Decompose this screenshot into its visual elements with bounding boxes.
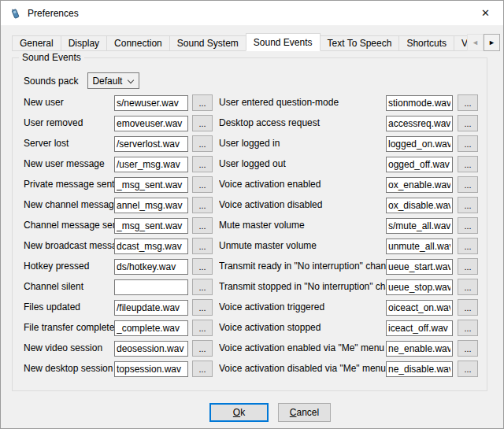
browse-button[interactable]: ... [192, 299, 213, 316]
browse-button[interactable]: ... [192, 197, 213, 213]
titlebar: Preferences ✕ [1, 1, 503, 25]
sound-file-input[interactable] [386, 116, 453, 131]
tab-sound-system[interactable]: Sound System [169, 35, 246, 51]
close-icon[interactable]: ✕ [468, 1, 503, 24]
browse-button[interactable]: ... [458, 299, 478, 316]
event-label: Private message sent [24, 179, 114, 190]
tab-scroll-left-icon[interactable]: ◄ [467, 34, 484, 51]
browse-button[interactable]: ... [192, 115, 213, 131]
browse-button[interactable]: ... [458, 279, 478, 295]
sound-file-input[interactable] [386, 300, 453, 316]
browse-button[interactable]: ... [192, 94, 213, 111]
sound-file-input[interactable] [114, 157, 188, 172]
tab-sound-events[interactable]: Sound Events [246, 33, 321, 51]
sound-event-row: New video session ... [24, 338, 213, 359]
event-label: Voice activation triggered [219, 301, 324, 313]
group-title: Sound Events [19, 52, 84, 63]
sound-file-input[interactable] [386, 198, 453, 213]
browse-button[interactable]: ... [458, 156, 478, 172]
sound-event-row: New channel message ... [24, 195, 213, 216]
sound-file-input[interactable] [114, 300, 188, 316]
browse-button[interactable]: ... [458, 320, 478, 336]
cancel-button[interactable]: Cancel [278, 403, 331, 422]
tab-display[interactable]: Display [61, 35, 107, 51]
browse-button[interactable]: ... [458, 340, 478, 357]
sound-file-input[interactable] [386, 218, 453, 234]
sound-event-row: New desktop session ... [24, 359, 213, 379]
event-label: New user [24, 97, 64, 108]
sound-event-row: User entered question-mode ... [219, 93, 479, 113]
sound-file-input[interactable] [114, 361, 188, 377]
browse-button[interactable]: ... [192, 340, 213, 357]
tab-scroll-right-icon[interactable]: ► [484, 34, 500, 51]
sound-file-input[interactable] [386, 279, 453, 295]
sound-file-input[interactable] [386, 320, 453, 336]
sound-file-input[interactable] [114, 198, 188, 213]
ok-button[interactable]: Ok [209, 403, 269, 422]
sound-file-input[interactable] [114, 320, 188, 336]
browse-button[interactable]: ... [192, 135, 213, 152]
event-label: Transmit stopped in "No interruption" ch… [219, 281, 409, 292]
browse-button[interactable]: ... [458, 176, 478, 193]
tab-video[interactable]: Video [454, 35, 468, 51]
sound-file-input[interactable] [386, 95, 453, 111]
sound-file-input[interactable] [114, 259, 188, 275]
sound-file-input[interactable] [114, 95, 188, 111]
browse-button[interactable]: ... [458, 217, 478, 234]
sound-event-row: Server lost ... [24, 134, 213, 154]
sound-file-input[interactable] [114, 218, 188, 234]
sound-event-row: Channel silent ... [24, 277, 213, 298]
sound-event-row: New broadcast message ... [24, 236, 213, 257]
sound-file-input[interactable] [114, 239, 188, 254]
browse-button[interactable]: ... [458, 238, 478, 254]
tab-text-to-speech[interactable]: Text To Speech [320, 35, 400, 51]
sound-event-row: Desktop access request ... [219, 113, 479, 134]
browse-button[interactable]: ... [192, 238, 213, 254]
browse-button[interactable]: ... [192, 258, 213, 275]
browse-button[interactable]: ... [192, 279, 213, 295]
event-label: New video session [24, 342, 102, 353]
sound-event-row: User logged in ... [219, 134, 479, 154]
event-label: Channel silent [24, 281, 83, 292]
sound-file-input[interactable] [386, 239, 453, 254]
browse-button[interactable]: ... [192, 176, 213, 193]
sound-file-input[interactable] [386, 341, 453, 357]
sound-file-input[interactable] [386, 177, 453, 193]
browse-button[interactable]: ... [192, 320, 213, 336]
browse-button[interactable]: ... [458, 258, 478, 275]
sound-file-input[interactable] [114, 177, 188, 193]
browse-button[interactable]: ... [458, 361, 478, 377]
sound-event-row: New user message ... [24, 154, 213, 175]
browse-button[interactable]: ... [458, 135, 478, 152]
sound-file-input[interactable] [386, 157, 453, 172]
event-column-left: New user ... User removed ... Server los… [24, 93, 213, 379]
event-column-right: User entered question-mode ... Desktop a… [219, 93, 479, 379]
sound-file-input[interactable] [386, 361, 453, 377]
sound-event-row: Voice activation disabled ... [219, 195, 479, 216]
window-title: Preferences [28, 8, 79, 19]
sound-file-input[interactable] [386, 259, 453, 275]
browse-button[interactable]: ... [192, 361, 213, 377]
sound-file-input[interactable] [114, 279, 188, 295]
tab-general[interactable]: General [12, 35, 61, 51]
sound-file-input[interactable] [114, 136, 188, 152]
sound-file-input[interactable] [114, 116, 188, 131]
preferences-dialog: Preferences ✕ GeneralDisplayConnectionSo… [0, 0, 504, 429]
event-label: Transmit ready in "No interruption" chan… [219, 261, 398, 272]
sounds-pack-select[interactable]: Default [87, 72, 139, 89]
sound-file-input[interactable] [386, 136, 453, 152]
event-label: Hotkey pressed [24, 261, 89, 272]
browse-button[interactable]: ... [192, 217, 213, 234]
sound-event-row: Channel message sent ... [24, 216, 213, 236]
sound-events-group: Sound Events Sounds pack Default New use… [12, 57, 487, 391]
event-label: New channel message [24, 199, 119, 210]
sound-event-row: Voice activation stopped ... [219, 318, 479, 338]
browse-button[interactable]: ... [192, 156, 213, 172]
browse-button[interactable]: ... [458, 94, 478, 111]
browse-button[interactable]: ... [458, 115, 478, 131]
browse-button[interactable]: ... [458, 197, 478, 213]
sound-file-input[interactable] [114, 341, 188, 357]
tab-shortcuts[interactable]: Shortcuts [398, 35, 454, 51]
tab-connection[interactable]: Connection [106, 35, 170, 51]
event-label: Voice activation disabled via "Me" menu [219, 363, 386, 374]
